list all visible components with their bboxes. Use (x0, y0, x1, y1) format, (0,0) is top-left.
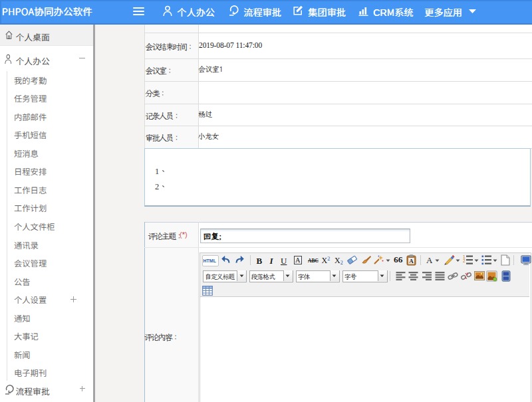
svg-text:2: 2 (463, 258, 466, 263)
svg-text:A: A (409, 257, 414, 264)
